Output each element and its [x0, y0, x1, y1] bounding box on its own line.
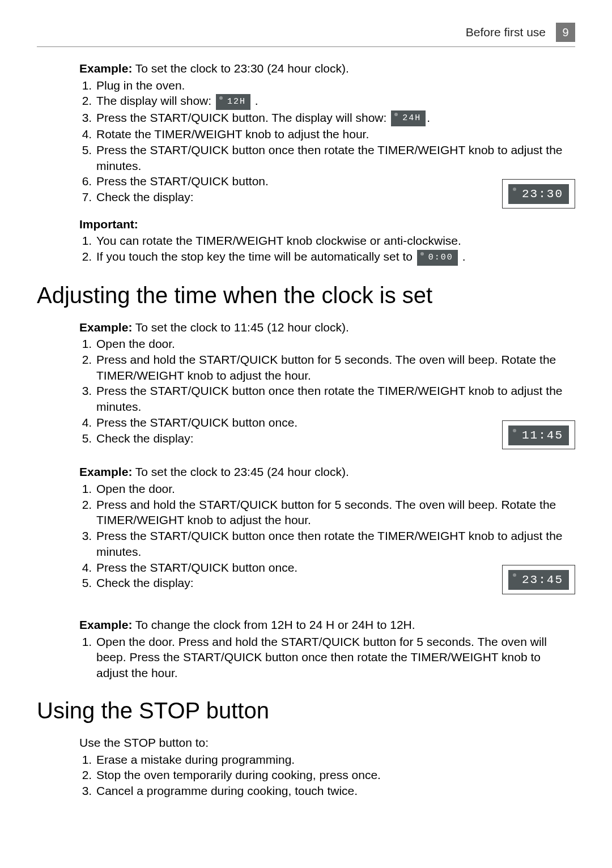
important-2: If you touch the stop key the time will …: [95, 249, 575, 265]
header-section-title: Before first use: [466, 25, 546, 39]
step: Press the START/QUICK button once then r…: [95, 528, 575, 559]
step-4: Rotate the TIMER/WEIGHT knob to adjust t…: [95, 126, 575, 142]
step: Check the display: 23:45: [95, 575, 575, 591]
step-2: The display will show: 12H .: [95, 93, 575, 109]
display-chip-12h: 12H: [216, 94, 250, 110]
page-header: Before first use 9: [37, 23, 575, 47]
example-label: Example:: [79, 618, 132, 631]
example-intro-1145: Example: To set the clock to 11:45 (12 h…: [79, 320, 575, 335]
step-3: Press the START/QUICK button. The displa…: [95, 110, 575, 126]
steps-list-adjust-12h: Open the door. Press and hold the START/…: [79, 336, 575, 446]
step: Press and hold the START/QUICK button fo…: [95, 352, 575, 383]
display-chip-000: 0:00: [417, 250, 458, 266]
example-label: Example:: [79, 321, 132, 334]
example-intro: Example: To set the clock to 23:30 (24 h…: [79, 61, 575, 76]
step-1: Plug in the oven.: [95, 78, 575, 93]
step-5: Press the START/QUICK button once then r…: [95, 142, 575, 173]
display-frame-2345: 23:45: [502, 565, 575, 594]
example-label: Example:: [79, 465, 132, 478]
example-label: Example:: [79, 62, 132, 75]
stop-intro: Use the STOP button to:: [79, 735, 575, 751]
important-list: You can rotate the TIMER/WEIGHT knob clo…: [79, 233, 575, 265]
steps-list-adjust-24h: Open the door. Press and hold the START/…: [79, 481, 575, 591]
example-text: To set the clock to 23:45 (24 hour clock…: [132, 465, 348, 478]
steps-list-toggle: Open the door. Press and hold the START/…: [79, 634, 575, 681]
example-text: To set the clock to 23:30 (24 hour clock…: [132, 62, 348, 75]
example-text: To set the clock to 11:45 (12 hour clock…: [132, 321, 348, 334]
step: Open the door.: [95, 481, 575, 497]
example-text: To change the clock from 12H to 24 H or …: [132, 618, 415, 631]
step-7: Check the display: 23:30: [95, 189, 575, 205]
display-frame-2330: 23:30: [502, 179, 575, 209]
display-readout: 23:30: [508, 184, 569, 204]
step: Open the door. Press and hold the START/…: [95, 634, 575, 681]
example-intro-toggle: Example: To change the clock from 12H to…: [79, 617, 575, 633]
step: Check the display: 11:45: [95, 431, 575, 446]
display-chip-24h: 24H: [391, 110, 426, 126]
step: Press and hold the START/QUICK button fo…: [95, 497, 575, 528]
section-title-stop-button: Using the STOP button: [37, 698, 575, 724]
example-intro-2345: Example: To set the clock to 23:45 (24 h…: [79, 464, 575, 480]
step: Open the door.: [95, 336, 575, 352]
stop-step: Stop the oven temporarily during cooking…: [95, 767, 575, 783]
important-1: You can rotate the TIMER/WEIGHT knob clo…: [95, 233, 575, 249]
display-frame-1145: 11:45: [502, 420, 575, 450]
display-readout: 11:45: [508, 426, 569, 445]
stop-step: Cancel a programme during cooking, touch…: [95, 783, 575, 799]
steps-list-set-clock: Plug in the oven. The display will show:…: [79, 78, 575, 205]
stop-step: Erase a mistake during programming.: [95, 752, 575, 768]
display-readout: 23:45: [508, 570, 569, 590]
important-label: Important:: [79, 216, 575, 232]
section-title-adjusting-time: Adjusting the time when the clock is set: [37, 283, 575, 308]
step: Press the START/QUICK button once then r…: [95, 383, 575, 414]
page-number: 9: [556, 23, 575, 42]
stop-list: Erase a mistake during programming. Stop…: [79, 752, 575, 799]
